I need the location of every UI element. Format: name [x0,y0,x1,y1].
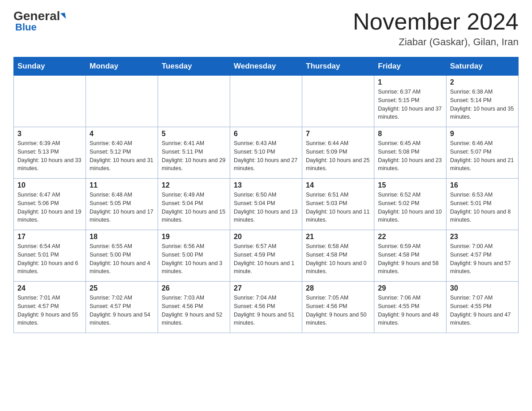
day-info: Sunrise: 6:51 AMSunset: 5:03 PMDaylight:… [306,191,370,224]
day-number: 22 [378,233,442,241]
calendar-day-cell: 27Sunrise: 7:04 AMSunset: 4:56 PMDayligh… [230,282,302,333]
day-info: Sunrise: 7:01 AMSunset: 4:57 PMDaylight:… [17,294,82,327]
calendar-day-cell: 23Sunrise: 7:00 AMSunset: 4:57 PMDayligh… [446,230,519,282]
day-info: Sunrise: 6:41 AMSunset: 5:11 PMDaylight:… [162,139,226,173]
day-number: 8 [378,130,442,138]
day-number: 4 [90,130,154,138]
day-number: 1 [378,78,442,86]
logo-blue-text: Blue [13,21,37,33]
calendar-day-cell: 18Sunrise: 6:55 AMSunset: 5:00 PMDayligh… [86,230,158,282]
day-number: 24 [17,284,82,292]
calendar-day-cell: 5Sunrise: 6:41 AMSunset: 5:11 PMDaylight… [158,127,230,179]
day-number: 14 [306,181,370,189]
day-info: Sunrise: 6:59 AMSunset: 4:58 PMDaylight:… [378,242,442,276]
calendar-day-cell [302,76,374,127]
day-info: Sunrise: 6:45 AMSunset: 5:08 PMDaylight:… [378,139,442,173]
calendar-day-cell: 9Sunrise: 6:46 AMSunset: 5:07 PMDaylight… [446,127,519,179]
day-info: Sunrise: 6:54 AMSunset: 5:01 PMDaylight:… [17,242,82,276]
day-info: Sunrise: 7:05 AMSunset: 4:56 PMDaylight:… [306,294,370,327]
day-number: 3 [17,130,82,138]
calendar-day-cell: 24Sunrise: 7:01 AMSunset: 4:57 PMDayligh… [14,282,86,333]
day-number: 25 [90,284,154,292]
day-info: Sunrise: 6:44 AMSunset: 5:09 PMDaylight:… [306,139,370,173]
day-info: Sunrise: 6:39 AMSunset: 5:13 PMDaylight:… [17,139,82,173]
day-number: 18 [90,233,154,241]
day-info: Sunrise: 7:07 AMSunset: 4:55 PMDaylight:… [450,294,515,327]
calendar-day-cell: 19Sunrise: 6:56 AMSunset: 5:00 PMDayligh… [158,230,230,282]
calendar-day-cell: 29Sunrise: 7:06 AMSunset: 4:55 PMDayligh… [374,282,446,333]
calendar-day-cell: 17Sunrise: 6:54 AMSunset: 5:01 PMDayligh… [14,230,86,282]
day-info: Sunrise: 6:53 AMSunset: 5:01 PMDaylight:… [450,191,515,224]
day-number: 21 [306,233,370,241]
calendar-day-cell: 7Sunrise: 6:44 AMSunset: 5:09 PMDaylight… [302,127,374,179]
calendar-day-cell: 10Sunrise: 6:47 AMSunset: 5:06 PMDayligh… [14,179,86,230]
day-info: Sunrise: 7:06 AMSunset: 4:55 PMDaylight:… [378,294,442,327]
day-info: Sunrise: 6:57 AMSunset: 4:59 PMDaylight:… [234,242,298,276]
col-sunday: Sunday [14,57,86,76]
day-number: 13 [234,181,298,189]
day-number: 19 [162,233,226,241]
col-wednesday: Wednesday [230,57,302,76]
calendar-day-cell: 21Sunrise: 6:58 AMSunset: 4:58 PMDayligh… [302,230,374,282]
page-title: November 2024 [353,9,519,34]
day-number: 27 [234,284,298,292]
calendar-week-row: 24Sunrise: 7:01 AMSunset: 4:57 PMDayligh… [14,282,519,333]
calendar-day-cell: 20Sunrise: 6:57 AMSunset: 4:59 PMDayligh… [230,230,302,282]
col-tuesday: Tuesday [158,57,230,76]
calendar-table: Sunday Monday Tuesday Wednesday Thursday… [13,57,519,333]
day-number: 7 [306,130,370,138]
logo: General Blue [13,9,65,33]
day-number: 17 [17,233,82,241]
day-info: Sunrise: 6:52 AMSunset: 5:02 PMDaylight:… [378,191,442,224]
day-info: Sunrise: 6:46 AMSunset: 5:07 PMDaylight:… [450,139,515,173]
day-number: 9 [450,130,515,138]
calendar-day-cell: 8Sunrise: 6:45 AMSunset: 5:08 PMDaylight… [374,127,446,179]
col-monday: Monday [86,57,158,76]
day-info: Sunrise: 6:48 AMSunset: 5:05 PMDaylight:… [90,191,154,224]
calendar-week-row: 1Sunrise: 6:37 AMSunset: 5:15 PMDaylight… [14,76,519,127]
calendar-day-cell: 1Sunrise: 6:37 AMSunset: 5:15 PMDaylight… [374,76,446,127]
page-subtitle: Ziabar (Gaskar), Gilan, Iran [353,36,519,48]
title-area: November 2024 Ziabar (Gaskar), Gilan, Ir… [353,9,519,48]
calendar-day-cell [14,76,86,127]
day-number: 29 [378,284,442,292]
calendar-week-row: 3Sunrise: 6:39 AMSunset: 5:13 PMDaylight… [14,127,519,179]
calendar-day-cell [230,76,302,127]
calendar-day-cell: 11Sunrise: 6:48 AMSunset: 5:05 PMDayligh… [86,179,158,230]
calendar-header-row: Sunday Monday Tuesday Wednesday Thursday… [14,57,519,76]
day-info: Sunrise: 6:47 AMSunset: 5:06 PMDaylight:… [17,191,82,224]
day-info: Sunrise: 7:00 AMSunset: 4:57 PMDaylight:… [450,242,515,276]
day-number: 23 [450,233,515,241]
day-info: Sunrise: 7:04 AMSunset: 4:56 PMDaylight:… [234,294,298,327]
day-info: Sunrise: 6:40 AMSunset: 5:12 PMDaylight:… [90,139,154,173]
calendar-day-cell: 16Sunrise: 6:53 AMSunset: 5:01 PMDayligh… [446,179,519,230]
day-info: Sunrise: 6:38 AMSunset: 5:14 PMDaylight:… [450,88,515,121]
day-info: Sunrise: 6:56 AMSunset: 5:00 PMDaylight:… [162,242,226,276]
col-saturday: Saturday [446,57,519,76]
day-info: Sunrise: 6:58 AMSunset: 4:58 PMDaylight:… [306,242,370,276]
day-info: Sunrise: 6:43 AMSunset: 5:10 PMDaylight:… [234,139,298,173]
calendar-day-cell: 28Sunrise: 7:05 AMSunset: 4:56 PMDayligh… [302,282,374,333]
day-info: Sunrise: 6:50 AMSunset: 5:04 PMDaylight:… [234,191,298,224]
calendar-day-cell: 22Sunrise: 6:59 AMSunset: 4:58 PMDayligh… [374,230,446,282]
logo-triangle-icon [60,13,66,20]
day-number: 12 [162,181,226,189]
calendar-week-row: 10Sunrise: 6:47 AMSunset: 5:06 PMDayligh… [14,179,519,230]
calendar-day-cell: 15Sunrise: 6:52 AMSunset: 5:02 PMDayligh… [374,179,446,230]
calendar-day-cell: 6Sunrise: 6:43 AMSunset: 5:10 PMDaylight… [230,127,302,179]
calendar-day-cell: 25Sunrise: 7:02 AMSunset: 4:57 PMDayligh… [86,282,158,333]
day-number: 16 [450,181,515,189]
day-info: Sunrise: 6:55 AMSunset: 5:00 PMDaylight:… [90,242,154,276]
calendar-day-cell: 2Sunrise: 6:38 AMSunset: 5:14 PMDaylight… [446,76,519,127]
day-info: Sunrise: 7:03 AMSunset: 4:56 PMDaylight:… [162,294,226,327]
col-thursday: Thursday [302,57,374,76]
day-number: 30 [450,284,515,292]
calendar-day-cell: 26Sunrise: 7:03 AMSunset: 4:56 PMDayligh… [158,282,230,333]
calendar-day-cell: 13Sunrise: 6:50 AMSunset: 5:04 PMDayligh… [230,179,302,230]
day-number: 11 [90,181,154,189]
calendar-day-cell: 12Sunrise: 6:49 AMSunset: 5:04 PMDayligh… [158,179,230,230]
page-header: General Blue November 2024 Ziabar (Gaska… [13,9,519,48]
calendar-day-cell: 4Sunrise: 6:40 AMSunset: 5:12 PMDaylight… [86,127,158,179]
col-friday: Friday [374,57,446,76]
day-number: 28 [306,284,370,292]
